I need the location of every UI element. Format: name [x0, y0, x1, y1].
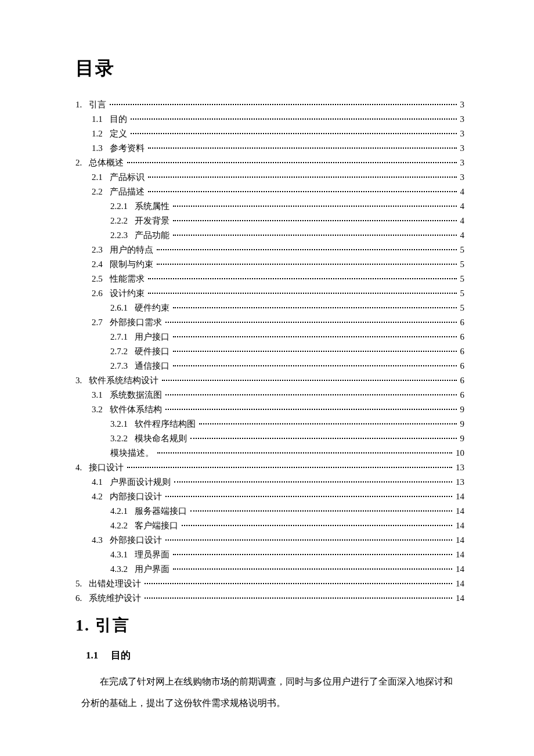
toc-entry-page: 3: [458, 141, 465, 156]
toc-entry-label: 设计约束: [110, 286, 147, 301]
toc-entry-label: 户界面设计规则: [110, 475, 173, 489]
toc-entry-number: 2.7.2: [110, 344, 135, 359]
toc-entry-number: 6.: [75, 591, 89, 606]
toc-entry-page: 10: [453, 446, 464, 460]
toc-entry[interactable]: 2.5性能需求5: [75, 272, 464, 286]
toc-entry[interactable]: 4.3.2用户界面14: [75, 562, 464, 577]
toc-entry[interactable]: 1.3参考资料3: [75, 141, 464, 156]
toc-leader-dots: [165, 539, 452, 541]
toc-entry-label: 外部接口设计: [110, 533, 164, 548]
toc-entry[interactable]: 2.2.2开发背景4: [75, 214, 464, 228]
toc-leader-dots: [173, 206, 457, 207]
toc-entry[interactable]: 3.2.2模块命名规则9: [75, 431, 464, 446]
toc-leader-dots: [148, 293, 457, 294]
toc-entry-number: 3.2: [92, 402, 110, 417]
toc-entry-page: 5: [458, 243, 465, 257]
toc-leader-dots: [157, 249, 457, 250]
toc-entry[interactable]: 2.2.3产品功能4: [75, 228, 464, 243]
toc-entry[interactable]: 6.系统维护设计14: [75, 591, 464, 606]
toc-entry-number: 4.2.2: [110, 519, 135, 533]
toc-entry-label: 内部接口设计: [110, 489, 164, 504]
toc-entry-page: 14: [453, 519, 464, 533]
section-1-1-body: 在完成了针对网上在线购物市场的前期调查，同时与多位用户进行了全面深入地探讨和分析…: [81, 671, 459, 714]
toc-leader-dots: [173, 351, 457, 352]
toc-leader-dots: [165, 394, 457, 395]
toc-entry-number: 5.: [75, 577, 89, 591]
toc-entry[interactable]: 1.引言3: [75, 98, 464, 112]
toc-entry-page: 3: [458, 98, 465, 112]
toc-entry-number: 4.3: [92, 533, 110, 548]
toc-entry-number: 2.1: [92, 170, 110, 185]
toc-entry[interactable]: 2.总体概述3: [75, 156, 464, 170]
toc-entry-page: 5: [458, 286, 465, 301]
toc-entry[interactable]: 模块描述。10: [75, 446, 464, 460]
toc-entry[interactable]: 3.1系统数据流图6: [75, 388, 464, 402]
toc-entry[interactable]: 4.1户界面设计规则13: [75, 475, 464, 489]
toc-leader-dots: [127, 467, 452, 468]
toc-entry[interactable]: 2.1产品标识3: [75, 170, 464, 185]
toc-entry[interactable]: 2.7.2硬件接口6: [75, 344, 464, 359]
toc-entry-page: 14: [453, 548, 464, 562]
toc-entry[interactable]: 4.3外部接口设计14: [75, 533, 464, 548]
toc-entry[interactable]: 4.2.2客户端接口14: [75, 519, 464, 533]
toc-entry-label: 模块命名规则: [135, 431, 189, 446]
toc-entry[interactable]: 2.2.1系统属性4: [75, 199, 464, 214]
toc-leader-dots: [131, 133, 457, 134]
toc-entry[interactable]: 2.4限制与约束5: [75, 257, 464, 272]
toc-leader-dots: [127, 162, 456, 163]
toc-entry[interactable]: 4.2.1服务器端接口14: [75, 504, 464, 519]
toc-entry[interactable]: 4.接口设计13: [75, 460, 464, 475]
toc-entry-number: 3.2.1: [110, 417, 135, 431]
toc-entry-label: 软件系统结构设计: [89, 373, 161, 388]
toc-entry[interactable]: 1.1目的3: [75, 112, 464, 127]
toc-entry-number: 1.3: [92, 141, 110, 156]
toc-entry[interactable]: 3.2.1软件程序结构图9: [75, 417, 464, 431]
toc-leader-dots: [190, 438, 457, 439]
toc-entry-label: 出错处理设计: [89, 577, 143, 591]
toc-entry[interactable]: 4.3.1理员界面14: [75, 548, 464, 562]
toc-entry-label: 模块描述。: [110, 446, 156, 460]
toc-entry[interactable]: 2.7外部接口需求6: [75, 315, 464, 330]
toc-entry-page: 5: [458, 257, 465, 272]
toc-entry-number: 1.: [75, 98, 89, 112]
toc-entry[interactable]: 2.2产品描述4: [75, 185, 464, 199]
toc-entry[interactable]: 3.2软件体系结构9: [75, 402, 464, 417]
toc-entry[interactable]: 2.7.3通信接口6: [75, 359, 464, 373]
toc-leader-dots: [148, 147, 457, 149]
toc-entry[interactable]: 3.软件系统结构设计6: [75, 373, 464, 388]
toc-entry-page: 3: [458, 156, 465, 170]
toc-entry-number: 2.7.1: [110, 330, 135, 344]
toc-leader-dots: [174, 481, 452, 483]
toc-entry[interactable]: 5.出错处理设计14: [75, 577, 464, 591]
toc-leader-dots: [131, 118, 457, 120]
toc-entry-page: 5: [458, 301, 465, 315]
toc-entry-label: 通信接口: [135, 359, 172, 373]
toc-entry[interactable]: 2.7.1用户接口6: [75, 330, 464, 344]
toc-entry-number: 4.: [75, 460, 89, 475]
toc-leader-dots: [173, 307, 457, 308]
toc-entry-page: 9: [458, 417, 465, 431]
toc-entry-label: 客户端接口: [135, 519, 181, 533]
toc-entry-label: 用户接口: [135, 330, 172, 344]
toc-entry-page: 13: [453, 460, 464, 475]
toc-entry-label: 用户的特点: [110, 243, 156, 257]
toc-entry-number: 2.6.1: [110, 301, 135, 315]
toc-entry-number: 2.3: [92, 243, 110, 257]
toc-leader-dots: [148, 191, 457, 192]
toc-entry-number: 2.7.3: [110, 359, 135, 373]
toc-entry-page: 9: [458, 431, 465, 446]
toc-list: 1.引言31.1目的31.2定义31.3参考资料32.总体概述32.1产品标识3…: [75, 98, 464, 606]
toc-entry-label: 定义: [110, 127, 129, 141]
toc-entry-label: 产品功能: [135, 228, 172, 243]
toc-leader-dots: [173, 568, 452, 570]
toc-entry-number: 4.3.2: [110, 562, 135, 577]
toc-entry-label: 产品标识: [110, 170, 147, 185]
toc-entry[interactable]: 2.3用户的特点5: [75, 243, 464, 257]
toc-entry[interactable]: 2.6设计约束5: [75, 286, 464, 301]
toc-entry[interactable]: 4.2内部接口设计14: [75, 489, 464, 504]
toc-leader-dots: [190, 510, 452, 512]
toc-entry-number: 4.2: [92, 489, 110, 504]
toc-entry[interactable]: 1.2定义3: [75, 127, 464, 141]
toc-entry[interactable]: 2.6.1硬件约束5: [75, 301, 464, 315]
section-1-1-heading: 1.1目的: [86, 647, 464, 664]
